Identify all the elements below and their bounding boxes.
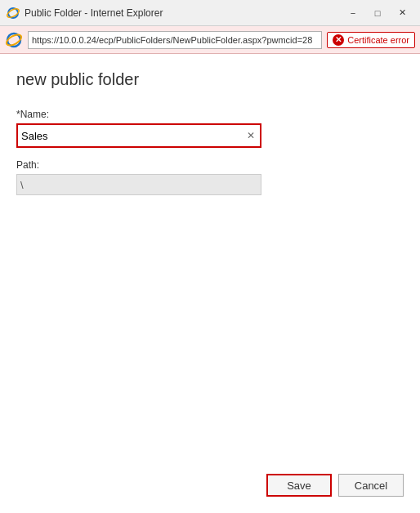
address-bar: ✕ Certificate error [0,26,420,54]
svg-point-1 [7,7,20,19]
name-input[interactable] [18,125,242,146]
path-input [16,174,261,195]
browser-logo [5,31,23,49]
clear-name-button[interactable]: ✕ [242,127,260,145]
window-title: Public Folder - Internet Explorer [25,7,342,19]
name-label: *Name: [16,109,404,120]
cert-error-text: Certificate error [347,35,409,45]
ie-icon [7,7,20,20]
close-button[interactable]: ✕ [391,4,413,22]
address-input[interactable] [28,31,322,49]
cert-error-icon: ✕ [333,34,344,46]
window-controls: − □ ✕ [342,4,413,22]
name-field-group: *Name: ✕ [16,109,404,148]
page-title: new public folder [16,70,404,89]
minimize-button[interactable]: − [342,4,364,22]
name-input-wrapper: ✕ [16,123,261,148]
save-button[interactable]: Save [266,474,332,497]
svg-point-3 [5,32,23,47]
main-content: new public folder *Name: ✕ Path: [0,54,420,223]
maximize-button[interactable]: □ [366,4,389,22]
footer-buttons: Save Cancel [266,474,404,497]
cert-error-badge[interactable]: ✕ Certificate error [327,32,415,48]
path-field-group: Path: [16,159,404,195]
cancel-button[interactable]: Cancel [338,474,404,497]
path-label: Path: [16,159,404,171]
title-bar: Public Folder - Internet Explorer − □ ✕ [0,0,420,26]
